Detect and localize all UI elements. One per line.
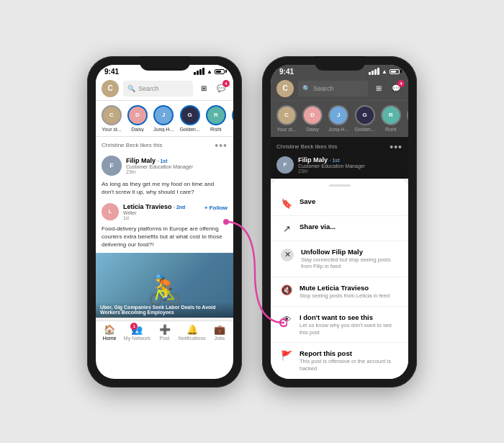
search-placeholder: Search [138,85,159,92]
nav-icons: ⊞ 💬 4 [197,82,228,95]
wifi-icon: ▲ [207,68,212,75]
tab-network[interactable]: 👥 My Network 1 [123,324,150,341]
battery-icon-2 [390,69,400,74]
story-your[interactable]: C Your st... [102,105,122,132]
story-fatim-2: F Fatin... [407,105,408,132]
post-card-1: Christine Beck likes this ••• F Filip Ma… [96,137,233,318]
story-avatar-jung-2: J [328,105,348,125]
messages-icon[interactable]: 💬 4 [215,82,228,95]
follow-button[interactable]: + Follow [204,203,228,211]
qr-icon-2: ⊞ [372,82,385,95]
divider-4 [271,306,408,307]
menu-item-share[interactable]: ↗ Share via... [271,218,408,239]
menu-item-unfollow[interactable]: ✕ Unfollow Filip Maly Stay connected but… [271,243,408,276]
phone-2: 9:41 ▲ [262,56,417,388]
post-author-dim: F Filip Maly · 1st Customer Education Ma… [276,154,402,176]
feed-1: Christine Beck likes this ••• F Filip Ma… [96,137,233,321]
author-avatar-1: F [102,156,122,176]
post-icon: ➕ [159,324,171,335]
mute-icon: 🔇 [281,285,292,295]
home-icon: 🏠 [104,324,115,335]
bottom-sheet: 🔖 Save ↗ Share via... ✕ [271,179,408,379]
notch-1 [140,56,190,71]
tab-notifications-label: Notifications [179,336,206,341]
your-story-label: Your st... [102,127,121,132]
search-placeholder-2: Search [313,85,334,92]
story-golden-2: G Golden... [354,105,374,132]
story-rishi-2: R Rishi [381,105,401,132]
dimmed-feed: Christine Beck likes this ••• F Filip Ma… [271,137,408,179]
hide-desc: Let us know why you don't want to see th… [300,322,398,336]
unfollow-desc: Stay connected but stop seeing posts fro… [301,256,398,271]
notifications-icon: 🔔 [186,324,198,335]
signal-icon [194,68,204,75]
messages-icon-2: 💬 4 [390,82,402,95]
status-icons-1: ▲ [194,68,225,75]
second-post: L Leticia Travieso · 2nd Writer 1d + Fol… [96,200,233,223]
menu-item-mute[interactable]: 🔇 Mute Leticia Travieso Stop seeing post… [271,279,408,305]
tab-home[interactable]: 🏠 Home [96,324,123,341]
post-text-1: As long as they get me my food on time a… [96,179,233,200]
author-name-1: Filip Maly [126,157,156,164]
menu-item-save[interactable]: 🔖 Save [271,192,408,214]
search-bar-1[interactable]: 🔍 Search [123,81,193,97]
connection-badge-2: · 2nd [174,205,185,210]
story-jung[interactable]: J Jung-H... [153,105,174,132]
story-daisy-2: D Daisy [302,105,323,132]
share-label: Share via... [300,223,398,231]
signal-icon-2 [369,68,379,75]
more-options-icon[interactable]: ••• [215,140,228,151]
author-info-1: Filip Maly · 1st Customer Education Mana… [126,157,228,174]
tab-jobs[interactable]: 💼 Jobs [206,324,233,341]
nav-icons-2: ⊞ 💬 4 [372,82,402,95]
menu-item-hide[interactable]: 👁 I don't want to see this Let us know w… [271,308,408,341]
share-icon: ↗ [281,223,292,234]
screen-2: 9:41 ▲ [271,65,408,379]
author-avatar-dim: F [276,156,294,174]
connection-badge-1: · 1st [158,158,168,164]
more-dots-2: ••• [390,141,402,153]
article-headline: Uber, Gig Companies Seek Labor Deals to … [96,302,233,318]
sheet-handle [329,184,351,187]
post-author-1: F Filip Maly · 1st Customer Education Ma… [96,153,233,179]
notch-2 [315,56,365,71]
report-label: Report this post [300,349,398,357]
search-icon: 🔍 [127,85,135,92]
hide-icon: 👁 [281,314,292,325]
story-avatar-daisy: D [127,105,148,125]
your-story-avatar: C [102,105,122,125]
tab-jobs-label: Jobs [215,336,225,341]
divider-1 [271,215,408,216]
post-text-2: Food-delivery platforms in Europe are of… [96,223,233,254]
stories-row-1: C Your st... D Daisy J Jung-H... G Golde… [96,101,233,137]
story-daisy[interactable]: D Daisy [127,105,148,132]
story-golden[interactable]: G Golden... [179,105,199,132]
qr-icon[interactable]: ⊞ [197,82,210,95]
wifi-icon-2: ▲ [382,68,387,75]
time-1: 9:41 [104,68,119,76]
messages-badge: 4 [222,80,230,87]
story-your-2: C Your st... [276,105,297,132]
nav-bar-2: C 🔍 Search ⊞ 💬 4 [271,77,408,101]
hide-label: I don't want to see this [300,313,398,321]
story-fatim[interactable]: F Fatim... [232,105,233,132]
divider-2 [271,241,408,241]
likes-bar: Christine Beck likes this ••• [96,137,233,153]
story-label-daisy: Daisy [131,127,144,132]
author-title-2: Writer [123,210,200,215]
tab-notifications[interactable]: 🔔 Notifications [179,324,206,341]
menu-item-report[interactable]: 🚩 Report this post This post is offensiv… [271,344,408,377]
messages-badge-2: 4 [397,80,405,87]
author-time-2: 1d [123,215,200,220]
tab-post[interactable]: ➕ Post [150,324,178,341]
time-2: 9:41 [279,68,294,76]
phone-1: 9:41 ▲ C 🔍 [87,56,242,388]
profile-avatar[interactable]: C [102,80,119,97]
post-image: 🚴 Uber, Gig Companies Seek Labor Deals t… [96,253,233,318]
mute-desc: Stop seeing posts from Leticia in feed [300,292,398,300]
likes-text-2: Christine Beck likes this [276,143,337,150]
likes-text: Christine Beck likes this [102,142,162,148]
unfollow-icon: ✕ [281,249,294,261]
story-rishi[interactable]: R Rishi [206,105,226,132]
author-title-1: Customer Education Manager [126,164,228,169]
